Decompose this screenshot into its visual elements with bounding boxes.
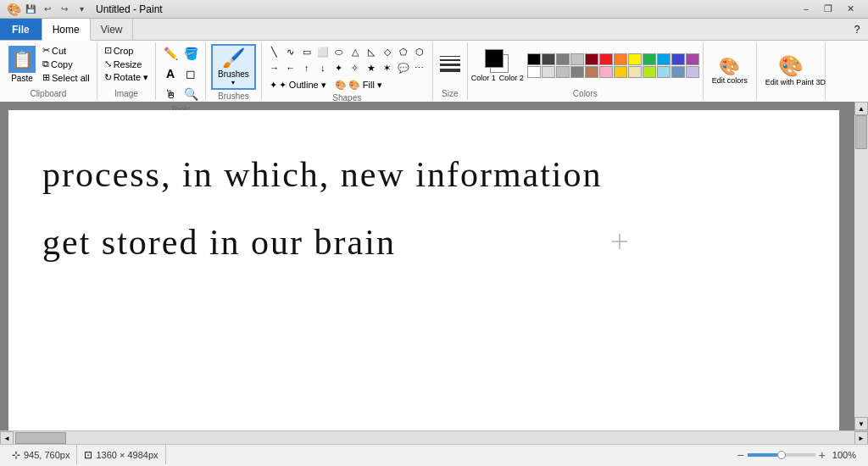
- canvas[interactable]: process, in which, new information get s…: [8, 110, 839, 430]
- undo-quick-btn[interactable]: ↩: [40, 2, 55, 17]
- right-scrollbar[interactable]: ▲ ▼: [854, 102, 868, 430]
- pencil-tool[interactable]: ✏️: [161, 44, 180, 63]
- scroll-track-bottom[interactable]: [14, 431, 854, 444]
- bottom-scrollbar[interactable]: ◄ ►: [0, 430, 868, 444]
- tab-home[interactable]: Home: [42, 19, 91, 41]
- scroll-thumb-right[interactable]: [855, 115, 867, 149]
- color-swatch[interactable]: [556, 66, 570, 78]
- size-icon: ⊡: [84, 449, 92, 461]
- color-swatch[interactable]: [643, 53, 656, 65]
- shape-line[interactable]: ╲: [267, 44, 282, 59]
- shape-uarrow[interactable]: ↑: [299, 60, 314, 75]
- brushes-button[interactable]: 🖌️ Brushes ▾: [211, 44, 256, 90]
- restore-button[interactable]: ❐: [817, 0, 839, 19]
- fill-tool[interactable]: 🪣: [181, 44, 200, 63]
- minimize-button[interactable]: −: [795, 0, 817, 19]
- shape-darrow[interactable]: ↓: [315, 60, 331, 75]
- select-icon: ⊞: [42, 72, 50, 83]
- color-swatch[interactable]: [657, 66, 670, 78]
- color-selector[interactable]: [485, 49, 510, 73]
- shape-star4[interactable]: ✧: [348, 60, 363, 75]
- color-swatch[interactable]: [599, 53, 613, 65]
- clipboard-group: 📋 Paste ✂ Cut ⧉ Copy ⊞ Select all: [0, 42, 97, 100]
- shape-star6[interactable]: ✶: [380, 60, 395, 75]
- color-swatch[interactable]: [542, 66, 555, 78]
- color-swatch[interactable]: [628, 53, 642, 65]
- clipboard-small-buttons: ✂ Cut ⧉ Copy ⊞ Select all: [41, 44, 92, 84]
- paste-button[interactable]: 📋 Paste: [5, 44, 39, 85]
- shape-ellipse[interactable]: ⬭: [331, 44, 347, 59]
- color-swatch[interactable]: [570, 53, 584, 65]
- color-swatch[interactable]: [556, 53, 570, 65]
- color-swatch[interactable]: [614, 66, 627, 78]
- eraser-tool[interactable]: ◻: [181, 64, 200, 83]
- scroll-up-button[interactable]: ▲: [854, 102, 868, 115]
- ribbon-tabs: File Home View ?: [0, 19, 868, 41]
- crop-button[interactable]: ⊡ Crop: [103, 44, 136, 57]
- color-swatch[interactable]: [686, 66, 699, 78]
- color-swatch[interactable]: [628, 66, 642, 78]
- zoom-in-button[interactable]: +: [819, 448, 826, 462]
- resize-button[interactable]: ⤡ Resize: [103, 58, 144, 70]
- color-swatch[interactable]: [599, 66, 613, 78]
- copy-button[interactable]: ⧉ Copy: [41, 58, 92, 70]
- resize-icon: ⤡: [104, 58, 112, 69]
- color-picker-tool[interactable]: 🖱: [161, 85, 180, 103]
- select-all-button[interactable]: ⊞ Select all: [41, 71, 92, 84]
- color-swatch[interactable]: [527, 66, 541, 78]
- title-bar-title: Untitled - Paint: [96, 3, 163, 15]
- help-button[interactable]: ?: [848, 20, 866, 39]
- shape-4arrow[interactable]: ✦: [331, 60, 347, 75]
- canvas-size-text: 1360 × 4984px: [96, 450, 158, 460]
- color-swatch[interactable]: [585, 53, 598, 65]
- rotate-button[interactable]: ↻ Rotate ▾: [103, 71, 150, 84]
- color-swatch[interactable]: [614, 53, 627, 65]
- magnify-tool[interactable]: 🔍: [181, 85, 200, 103]
- shape-rect[interactable]: ▭: [299, 44, 314, 59]
- scroll-down-button[interactable]: ▼: [854, 417, 868, 430]
- color-swatch[interactable]: [527, 53, 541, 65]
- shape-hexagon[interactable]: ⬡: [412, 44, 427, 59]
- shape-triangle[interactable]: △: [348, 44, 363, 59]
- edit-colors-button[interactable]: 🎨 Edit colors: [709, 54, 751, 86]
- color-swatch[interactable]: [570, 66, 584, 78]
- cut-button[interactable]: ✂ Cut: [41, 44, 92, 57]
- canvas-scroll-area[interactable]: process, in which, new information get s…: [0, 102, 854, 430]
- close-button[interactable]: ✕: [839, 0, 861, 19]
- redo-quick-btn[interactable]: ↪: [57, 2, 72, 17]
- outline-button[interactable]: ✦ ✦ Outline ▾: [267, 79, 329, 92]
- scroll-track-right[interactable]: [854, 115, 868, 417]
- shape-diamond[interactable]: ◇: [380, 44, 395, 59]
- tab-file[interactable]: File: [0, 19, 42, 40]
- color-swatch[interactable]: [657, 53, 670, 65]
- shape-larrow[interactable]: ←: [283, 60, 298, 75]
- zoom-out-button[interactable]: −: [737, 448, 743, 462]
- colors-label: Colors: [573, 89, 598, 98]
- shape-rarrow[interactable]: →: [267, 60, 282, 75]
- zoom-slider[interactable]: [748, 453, 815, 457]
- text-tool[interactable]: A: [161, 64, 180, 83]
- color-swatch[interactable]: [643, 66, 656, 78]
- fill-button[interactable]: 🎨 🎨 Fill ▾: [332, 79, 385, 92]
- shape-rtriangle[interactable]: ◺: [364, 44, 379, 59]
- paint3d-button[interactable]: 🎨 Edit with Paint 3D: [762, 53, 820, 88]
- color-swatch[interactable]: [671, 53, 685, 65]
- color-swatch[interactable]: [542, 53, 555, 65]
- shape-roundrect[interactable]: ⬜: [315, 44, 331, 59]
- shape-star5[interactable]: ★: [364, 60, 379, 75]
- title-bar: 🎨 💾 ↩ ↪ ▾ Untitled - Paint − ❐ ✕: [0, 0, 868, 19]
- scroll-thumb-bottom[interactable]: [15, 432, 66, 444]
- shape-curve[interactable]: ∿: [283, 44, 298, 59]
- customize-qa-btn[interactable]: ▾: [74, 2, 89, 17]
- shape-pentagon[interactable]: ⬠: [396, 44, 411, 59]
- color-swatch[interactable]: [686, 53, 699, 65]
- color-swatch[interactable]: [671, 66, 685, 78]
- scroll-right-button[interactable]: ►: [854, 431, 868, 445]
- scroll-left-button[interactable]: ◄: [0, 431, 14, 445]
- brushes-dropdown-icon: ▾: [231, 79, 235, 86]
- color-swatch[interactable]: [585, 66, 598, 78]
- tab-view[interactable]: View: [91, 19, 134, 40]
- shape-callout[interactable]: 💬: [396, 60, 411, 75]
- shape-more[interactable]: ⋯: [412, 60, 427, 75]
- save-quick-btn[interactable]: 💾: [23, 2, 38, 17]
